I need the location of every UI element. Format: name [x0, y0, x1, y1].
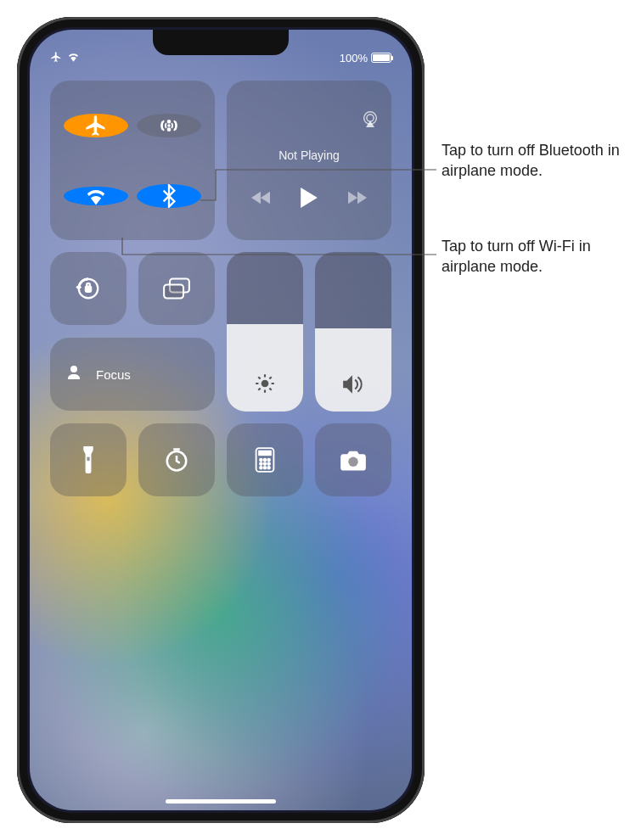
connectivity-group[interactable]: [50, 81, 215, 240]
phone-frame: 100%: [17, 17, 425, 823]
volume-fill: [315, 328, 391, 412]
control-center: Not Playing: [50, 81, 391, 496]
notch: [153, 30, 289, 55]
volume-slider[interactable]: [315, 252, 391, 412]
flashlight-button[interactable]: [50, 423, 127, 496]
status-left: [50, 51, 80, 65]
status-right: 100%: [340, 52, 391, 64]
svg-point-18: [267, 462, 270, 465]
svg-point-17: [264, 462, 267, 465]
svg-rect-4: [86, 287, 91, 292]
wifi-toggle[interactable]: [64, 187, 128, 205]
focus-icon: [65, 362, 86, 386]
airplane-status-icon: [50, 51, 62, 65]
svg-point-2: [367, 115, 374, 121]
media-transport-controls: [251, 188, 367, 211]
svg-rect-6: [164, 284, 183, 298]
focus-button[interactable]: Focus: [50, 338, 215, 411]
battery-icon: [371, 53, 391, 63]
svg-point-8: [70, 366, 77, 372]
wifi-status-icon: [67, 52, 80, 64]
media-controls-tile[interactable]: Not Playing: [227, 81, 391, 240]
svg-point-19: [260, 467, 262, 469]
callout-wifi: Tap to turn off Wi-Fi in airplane mode.: [442, 236, 620, 277]
camera-button[interactable]: [315, 423, 391, 496]
svg-point-0: [167, 124, 171, 127]
play-button[interactable]: [301, 188, 318, 211]
svg-point-20: [264, 467, 267, 469]
svg-point-13: [260, 459, 262, 462]
previous-track-button[interactable]: [251, 191, 270, 208]
orientation-lock-button[interactable]: [50, 252, 127, 325]
focus-label: Focus: [96, 367, 131, 382]
svg-point-7: [262, 380, 269, 388]
brightness-slider[interactable]: [227, 252, 303, 412]
svg-point-16: [260, 462, 262, 465]
callout-bluetooth: Tap to turn off Bluetooth in airplane mo…: [442, 140, 620, 182]
svg-point-14: [264, 459, 267, 462]
svg-point-22: [348, 457, 357, 467]
bluetooth-toggle[interactable]: [137, 184, 201, 208]
svg-point-15: [267, 459, 270, 462]
svg-rect-12: [259, 451, 271, 456]
screen-mirroring-button[interactable]: [138, 252, 215, 325]
cellular-data-toggle[interactable]: [137, 114, 201, 137]
home-indicator[interactable]: [166, 799, 276, 804]
svg-point-21: [267, 467, 270, 469]
media-title: Not Playing: [278, 148, 340, 162]
next-track-button[interactable]: [348, 191, 367, 208]
battery-percent: 100%: [340, 52, 368, 64]
airplay-icon[interactable]: [361, 109, 380, 132]
screen: 100%: [30, 30, 412, 810]
brightness-fill: [227, 324, 303, 412]
airplane-mode-toggle[interactable]: [64, 114, 128, 137]
svg-rect-9: [87, 457, 89, 462]
calculator-button[interactable]: [227, 423, 303, 496]
timer-button[interactable]: [138, 423, 215, 496]
